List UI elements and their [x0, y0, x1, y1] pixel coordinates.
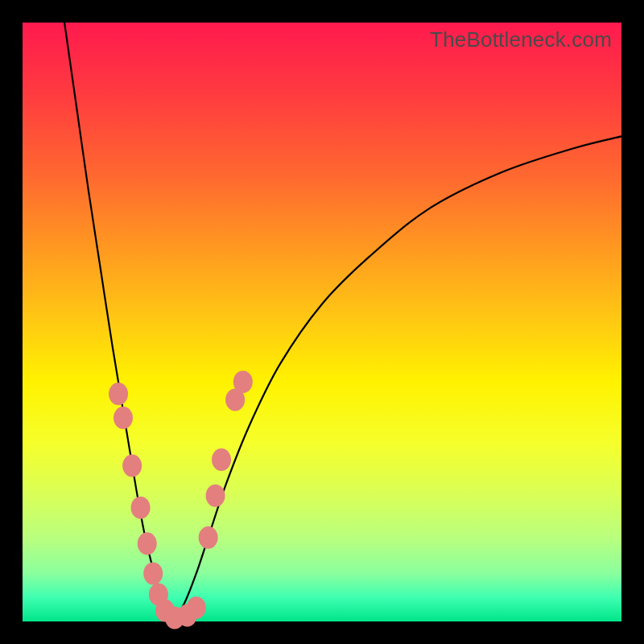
data-marker [114, 407, 133, 429]
chart-svg [23, 23, 621, 621]
marker-group [109, 370, 253, 629]
data-marker [233, 370, 253, 393]
data-marker [122, 455, 142, 477]
data-marker [212, 448, 231, 471]
data-marker [109, 382, 128, 405]
data-marker [199, 526, 218, 549]
data-marker [187, 597, 206, 619]
curve-left-branch [64, 23, 172, 621]
data-marker [138, 532, 157, 555]
data-marker [143, 562, 163, 584]
data-marker [131, 497, 151, 519]
data-marker [206, 485, 225, 507]
plot-area: TheBottleneck.com [23, 23, 621, 621]
chart-frame: TheBottleneck.com [0, 0, 644, 644]
